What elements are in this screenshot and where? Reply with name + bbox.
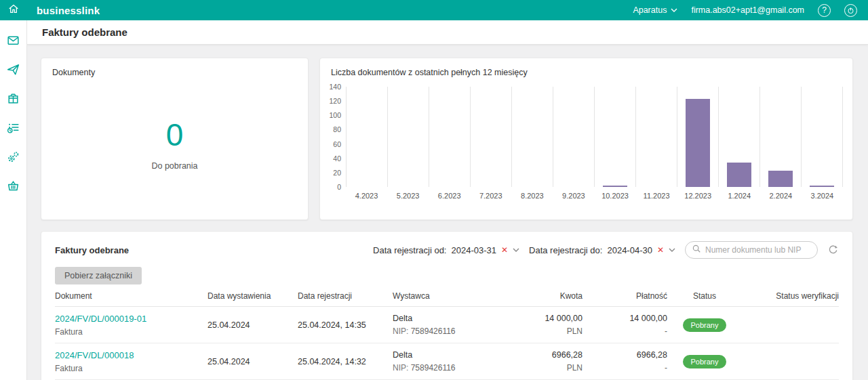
issue-date: 25.04.2024 (208, 357, 298, 366)
refresh-icon[interactable] (827, 245, 839, 256)
amount: 6966,28 (508, 350, 583, 360)
chart-column (429, 87, 470, 187)
sidebar-item-basket[interactable] (6, 180, 21, 194)
chart-column (718, 87, 760, 187)
chart-y-tick: 100 (329, 111, 341, 119)
search-input[interactable] (705, 245, 811, 255)
download-attachments-button[interactable]: Pobierz załączniki (55, 267, 142, 284)
account-menu[interactable]: Aparatus (633, 5, 677, 15)
chart-bar (768, 171, 793, 187)
chart-title: Liczba dokumentów z ostatnich pełnych 12… (320, 58, 852, 77)
page-title: Faktury odebrane (42, 26, 127, 38)
chart-x-label: 4.2023 (346, 192, 387, 200)
chart-y-tick: 140 (329, 83, 341, 91)
top-bar: businesslink Aparatus firma.abs02+apt1@g… (0, 0, 868, 20)
chart-bar (603, 186, 627, 187)
chart-column (346, 87, 387, 187)
logout-power-icon[interactable] (844, 4, 857, 17)
basket-icon (6, 179, 20, 196)
topbar-right: Aparatus firma.abs02+apt1@gmail.com ? (633, 4, 868, 17)
filter-date-from-label: Data rejestracji od: (373, 245, 446, 255)
sidebar-item-send[interactable] (6, 63, 21, 78)
registration-date: 25.04.2024, 14:32 (298, 357, 393, 366)
chart-x-label: 10.2023 (594, 192, 635, 200)
chart-x-axis: 4.20235.20236.20237.20238.20239.202310.2… (346, 187, 843, 205)
gears-icon (6, 150, 20, 167)
chart-bar (810, 186, 834, 187)
chart-x-label: 6.2023 (429, 192, 470, 200)
chart-column (553, 87, 594, 187)
issue-date: 25.04.2024 (208, 320, 298, 330)
filter-date-from-value: 2024-03-31 (451, 245, 496, 255)
chart-column (470, 87, 511, 187)
filter-date-to-label: Data rejestracji do: (529, 245, 602, 255)
documents-to-download-count: 0 (41, 119, 308, 150)
documents-card: Dokumenty 0 Do pobrania (41, 58, 309, 220)
chart-x-label: 1.2024 (719, 192, 760, 200)
main-content: Dokumenty 0 Do pobrania Liczba dokumentó… (27, 45, 868, 380)
chart-column (387, 87, 429, 187)
invoices-title: Faktury odebrane (55, 245, 129, 255)
page-header: Faktury odebrane (27, 20, 868, 45)
payment-amount: 6966,28 (583, 350, 667, 360)
col-header-data-wystawienia: Data wystawienia (208, 291, 298, 301)
chart-y-tick: 120 (329, 97, 341, 105)
nip-value: 7589426116 (411, 326, 456, 336)
invoices-card: Faktury odebrane Data rejestracji od: 20… (41, 231, 853, 380)
filter-date-to-value: 2024-04-30 (607, 245, 652, 255)
account-name: Aparatus (633, 5, 667, 15)
amount: 14 000,00 (508, 314, 583, 323)
chart-y-tick: 60 (333, 140, 341, 148)
sidebar-item-home[interactable] (0, 0, 27, 20)
sidebar-item-settings[interactable] (6, 150, 21, 165)
chart-x-label: 2.2024 (760, 192, 802, 200)
help-icon[interactable]: ? (818, 4, 831, 17)
search-icon (692, 244, 701, 256)
col-header-data-rejestracji: Data rejestracji (298, 291, 393, 301)
sidebar-item-tasks[interactable] (6, 121, 21, 136)
document-number-link[interactable]: 2024/FV/DL/000018 (55, 350, 208, 360)
chevron-down-icon[interactable] (669, 247, 675, 253)
chart-x-label: 12.2023 (677, 192, 719, 200)
chart-y-tick: 20 (333, 169, 341, 177)
payment-sub: - (583, 326, 667, 336)
nip-label: NIP: (393, 363, 408, 373)
currency: PLN (508, 326, 583, 336)
filter-date-to[interactable]: Data rejestracji do: 2024-04-30 ✕ (529, 245, 675, 255)
filter-date-from[interactable]: Data rejestracji od: 2024-03-31 ✕ (373, 245, 519, 255)
search-box (685, 241, 818, 259)
document-type: Faktura (55, 364, 208, 373)
registration-date: 25.04.2024, 14:35 (298, 320, 393, 330)
clear-date-from-icon[interactable]: ✕ (501, 246, 508, 254)
chart-x-label: 11.2023 (636, 192, 677, 200)
chart-column (511, 87, 553, 187)
issuer-name: Delta (393, 314, 508, 323)
chart-column (801, 87, 842, 187)
chart-card: Liczba dokumentów z ostatnich pełnych 12… (319, 58, 853, 220)
chart-column (760, 87, 801, 187)
chart-column (594, 87, 635, 187)
chart-bar (727, 163, 751, 187)
invoices-table-header: Dokument Data wystawienia Data rejestrac… (55, 291, 839, 307)
chart-x-label: 3.2024 (802, 192, 843, 200)
table-row: 2024/FV/DL/000018 Faktura 25.04.2024 25.… (55, 343, 839, 380)
nip-value: 7589426116 (411, 363, 456, 373)
sidebar-item-packages[interactable] (6, 92, 21, 107)
chart-y-axis: 020406080100120140 (326, 87, 346, 187)
issuer-name: Delta (393, 350, 508, 360)
chart-plot (346, 87, 843, 187)
table-row: 2024/FV/DL/000019-01 Faktura 25.04.2024 … (55, 307, 839, 343)
brand-logo[interactable]: businesslink (37, 5, 100, 16)
status-badge: Pobrany (683, 355, 727, 368)
payment-amount: 14 000,00 (583, 314, 667, 323)
chart-y-tick: 0 (337, 183, 341, 191)
chevron-down-icon[interactable] (513, 247, 519, 253)
chart-column (677, 87, 718, 187)
list-check-icon (6, 121, 20, 138)
sidebar-item-inbox[interactable] (6, 34, 21, 49)
chart-y-tick: 80 (333, 125, 341, 133)
clear-date-to-icon[interactable]: ✕ (657, 246, 664, 254)
document-number-link[interactable]: 2024/FV/DL/000019-01 (55, 314, 208, 324)
currency: PLN (508, 363, 583, 373)
chart-x-label: 8.2023 (511, 192, 553, 200)
